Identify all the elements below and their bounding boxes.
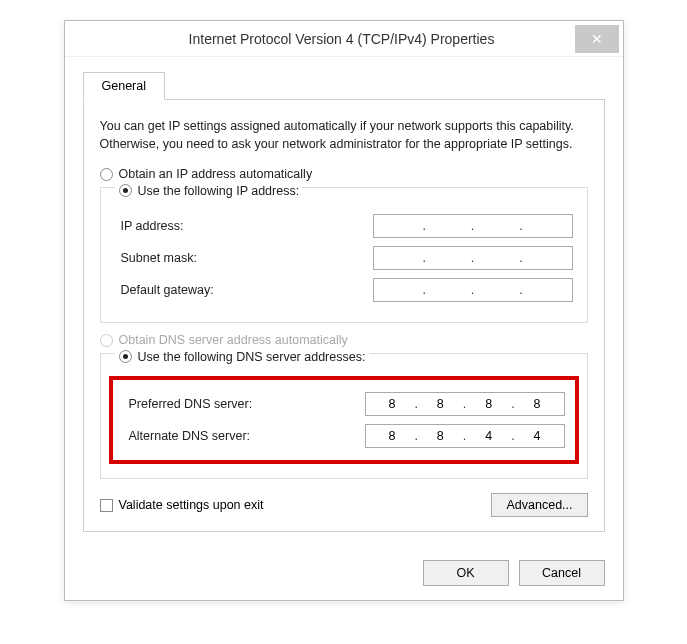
ip-address-octet-2[interactable]: [428, 218, 469, 234]
ip-address-input[interactable]: . . .: [373, 214, 573, 238]
validate-label: Validate settings upon exit: [119, 498, 264, 512]
cancel-button[interactable]: Cancel: [519, 560, 605, 586]
preferred-dns-octet-3[interactable]: [468, 396, 509, 412]
preferred-dns-row: Preferred DNS server: . . .: [123, 392, 565, 416]
ip-dot: .: [509, 397, 516, 411]
preferred-dns-octet-4[interactable]: [517, 396, 558, 412]
ip-address-octet-3[interactable]: [476, 218, 517, 234]
ip-address-row: IP address: . . .: [115, 214, 573, 238]
alternate-dns-row: Alternate DNS server: . . .: [123, 424, 565, 448]
default-gateway-row: Default gateway: . . .: [115, 278, 573, 302]
tab-general[interactable]: General: [83, 72, 165, 100]
ip-address-octet-1[interactable]: [380, 218, 421, 234]
ip-dot: .: [461, 397, 468, 411]
default-gateway-octet-4[interactable]: [525, 282, 566, 298]
default-gateway-input[interactable]: . . .: [373, 278, 573, 302]
info-text: You can get IP settings assigned automat…: [100, 118, 588, 153]
ip-dot: .: [517, 219, 524, 233]
alternate-dns-octet-2[interactable]: [420, 428, 461, 444]
alternate-dns-label: Alternate DNS server:: [123, 429, 365, 443]
alternate-dns-octet-3[interactable]: [468, 428, 509, 444]
ip-dot: .: [469, 219, 476, 233]
alternate-dns-octet-4[interactable]: [517, 428, 558, 444]
ip-dot: .: [420, 219, 427, 233]
ip-auto-label: Obtain an IP address automatically: [119, 167, 313, 181]
preferred-dns-label: Preferred DNS server:: [123, 397, 365, 411]
preferred-dns-input[interactable]: . . .: [365, 392, 565, 416]
bottom-row: Validate settings upon exit Advanced...: [100, 493, 588, 517]
preferred-dns-octet-2[interactable]: [420, 396, 461, 412]
validate-checkbox-row[interactable]: Validate settings upon exit: [100, 498, 492, 512]
ip-auto-radio[interactable]: Obtain an IP address automatically: [100, 167, 588, 181]
subnet-mask-octet-1[interactable]: [380, 250, 421, 266]
general-panel: You can get IP settings assigned automat…: [83, 100, 605, 532]
radio-icon: [100, 334, 113, 347]
ok-button[interactable]: OK: [423, 560, 509, 586]
ip-dot: .: [517, 251, 524, 265]
default-gateway-octet-2[interactable]: [428, 282, 469, 298]
ip-address-octet-4[interactable]: [525, 218, 566, 234]
ip-dot: .: [469, 251, 476, 265]
window-title: Internet Protocol Version 4 (TCP/IPv4) P…: [65, 31, 575, 47]
checkbox-icon: [100, 499, 113, 512]
ip-dot: .: [412, 397, 419, 411]
dns-auto-label: Obtain DNS server address automatically: [119, 333, 348, 347]
ip-manual-radio[interactable]: Use the following IP address:: [115, 184, 304, 198]
radio-icon: [100, 168, 113, 181]
subnet-mask-octet-4[interactable]: [525, 250, 566, 266]
ip-manual-label: Use the following IP address:: [138, 184, 300, 198]
dns-manual-group: Use the following DNS server addresses: …: [100, 353, 588, 479]
ip-dot: .: [517, 283, 524, 297]
subnet-mask-octet-2[interactable]: [428, 250, 469, 266]
radio-icon: [119, 184, 132, 197]
ipv4-properties-dialog: Internet Protocol Version 4 (TCP/IPv4) P…: [64, 20, 624, 601]
dns-manual-label: Use the following DNS server addresses:: [138, 350, 366, 364]
close-button[interactable]: ✕: [575, 25, 619, 53]
highlight-box: Preferred DNS server: . . . Alternate: [109, 376, 579, 464]
dialog-buttons: OK Cancel: [65, 548, 623, 600]
ip-manual-group: Use the following IP address: IP address…: [100, 187, 588, 323]
titlebar: Internet Protocol Version 4 (TCP/IPv4) P…: [65, 21, 623, 57]
subnet-mask-label: Subnet mask:: [115, 251, 373, 265]
ip-dot: .: [420, 251, 427, 265]
ip-dot: .: [509, 429, 516, 443]
default-gateway-label: Default gateway:: [115, 283, 373, 297]
advanced-button[interactable]: Advanced...: [491, 493, 587, 517]
alternate-dns-octet-1[interactable]: [372, 428, 413, 444]
dns-manual-radio[interactable]: Use the following DNS server addresses:: [115, 350, 370, 364]
subnet-mask-row: Subnet mask: . . .: [115, 246, 573, 270]
ip-dot: .: [420, 283, 427, 297]
ip-dot: .: [412, 429, 419, 443]
subnet-mask-input[interactable]: . . .: [373, 246, 573, 270]
tab-strip: General: [83, 71, 605, 100]
alternate-dns-input[interactable]: . . .: [365, 424, 565, 448]
close-icon: ✕: [591, 31, 603, 47]
dns-auto-radio: Obtain DNS server address automatically: [100, 333, 588, 347]
subnet-mask-octet-3[interactable]: [476, 250, 517, 266]
preferred-dns-octet-1[interactable]: [372, 396, 413, 412]
ip-dot: .: [469, 283, 476, 297]
content-area: General You can get IP settings assigned…: [65, 57, 623, 548]
default-gateway-octet-3[interactable]: [476, 282, 517, 298]
radio-icon: [119, 350, 132, 363]
default-gateway-octet-1[interactable]: [380, 282, 421, 298]
ip-dot: .: [461, 429, 468, 443]
ip-address-label: IP address:: [115, 219, 373, 233]
